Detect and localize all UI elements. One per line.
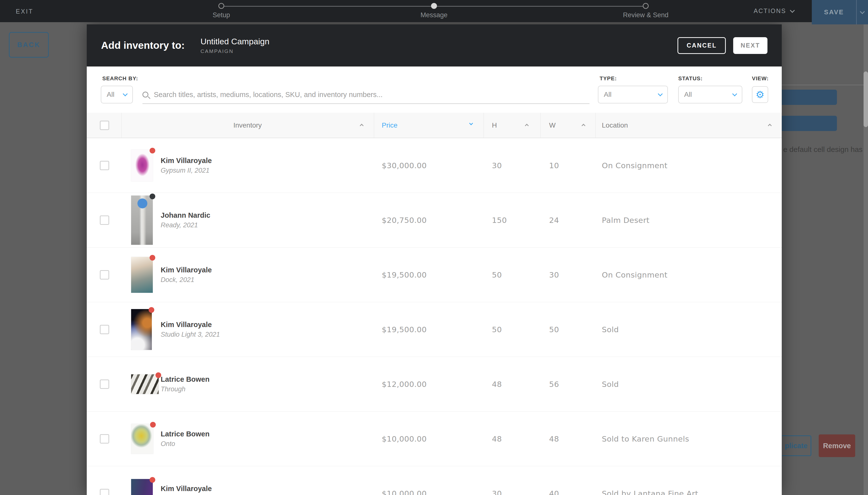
duplicate-button[interactable]: plicate <box>782 436 811 456</box>
column-header-price[interactable]: Price <box>382 113 398 138</box>
inventory-row[interactable]: Kim Villaroyale Studio Light 3, 2021 $19… <box>87 302 782 357</box>
artwork-thumbnail[interactable] <box>131 257 153 293</box>
filter-bar: SEARCH BY: All TYPE: All STATUS: All VIE… <box>87 67 782 113</box>
artwork-thumbnail[interactable] <box>131 424 153 454</box>
actions-label: ACTIONS <box>754 7 786 15</box>
save-button[interactable]: SAVE <box>812 8 856 16</box>
thumbnail-wrap <box>131 357 159 411</box>
artwork-info: Latrice Bowen Through <box>161 357 210 411</box>
exit-button[interactable]: EXIT <box>16 8 34 15</box>
search-input[interactable] <box>154 91 589 99</box>
sort-down-icon[interactable] <box>469 121 473 125</box>
column-header-location[interactable]: Location <box>602 113 628 138</box>
modal-header-buttons: CANCEL NEXT <box>678 37 767 54</box>
artwork-thumbnail[interactable] <box>131 150 153 181</box>
sort-up-icon[interactable] <box>582 124 586 128</box>
row-checkbox[interactable] <box>100 489 109 495</box>
column-separator <box>374 113 374 138</box>
status-dropdown[interactable]: All <box>678 86 742 103</box>
search-box <box>143 86 589 104</box>
row-title: Dock, 2021 <box>161 276 212 284</box>
column-header-h[interactable]: H <box>492 113 497 138</box>
save-split-button: SAVE <box>812 0 868 24</box>
artwork-info: Kim Villaroyale In The Midst, 2020 <box>161 466 216 495</box>
inventory-row[interactable]: Johann Nardic Ready, 2021 $20,750.00 150… <box>87 193 782 248</box>
artwork-thumbnail[interactable] <box>131 195 153 245</box>
status-dot <box>150 477 155 483</box>
thumbnail-wrap <box>131 138 153 192</box>
modal-header: Add inventory to: Untitled Campaign CAMP… <box>87 24 782 67</box>
step-circle-review[interactable] <box>643 3 649 9</box>
step-circle-setup[interactable] <box>218 3 224 9</box>
inventory-row[interactable]: Kim Villaroyale Gypsum II, 2021 $30,000.… <box>87 138 782 193</box>
step-label-review[interactable]: Review & Send <box>597 11 695 19</box>
row-h: 48 <box>492 357 502 411</box>
row-checkbox[interactable] <box>100 216 109 225</box>
type-label: TYPE: <box>600 75 617 82</box>
column-header-inventory[interactable]: Inventory <box>121 113 374 138</box>
chevron-down-icon <box>123 91 128 96</box>
status-dot <box>150 193 155 199</box>
step-label-message[interactable]: Message <box>385 11 483 19</box>
inventory-row[interactable]: Kim Villaroyale In The Midst, 2020 $10,0… <box>87 466 782 495</box>
search-by-dropdown[interactable]: All <box>101 86 133 103</box>
modal-title: Add inventory to: <box>101 40 185 51</box>
cancel-button[interactable]: CANCEL <box>678 37 726 54</box>
type-value: All <box>604 91 612 99</box>
row-w: 48 <box>549 411 559 466</box>
artwork-info: Latrice Bowen Onto <box>161 411 210 466</box>
row-checkbox[interactable] <box>100 270 109 279</box>
select-all-checkbox[interactable] <box>100 121 109 130</box>
inventory-row[interactable]: Kim Villaroyale Dock, 2021 $19,500.00 50… <box>87 248 782 302</box>
row-checkbox[interactable] <box>100 379 109 389</box>
row-title: Studio Light 3, 2021 <box>161 331 220 338</box>
thumbnail-wrap <box>131 302 152 357</box>
status-dot <box>155 372 161 378</box>
row-location: Palm Desert <box>602 193 650 247</box>
scrollbar-thumb[interactable] <box>864 71 868 127</box>
row-checkbox[interactable] <box>100 161 109 170</box>
row-artist: Kim Villaroyale <box>161 485 216 493</box>
background-divider <box>782 85 864 85</box>
chevron-down-icon <box>860 9 865 14</box>
view-settings-button[interactable]: ⚙ <box>752 86 768 103</box>
column-separator <box>540 113 541 138</box>
sort-up-icon[interactable] <box>768 124 772 128</box>
row-artist: Kim Villaroyale <box>161 266 212 274</box>
campaign-block: Untitled Campaign CAMPAIGN <box>200 37 269 54</box>
inventory-row[interactable]: Latrice Bowen Onto $10,000.00 48 48 Sold… <box>87 411 782 466</box>
artwork-thumbnail[interactable] <box>131 479 153 495</box>
campaign-name: Untitled Campaign <box>200 37 269 46</box>
row-checkbox[interactable] <box>100 325 109 334</box>
row-location: Sold <box>602 357 619 411</box>
sort-up-icon[interactable] <box>525 124 529 128</box>
remove-button[interactable]: Remove <box>819 434 855 457</box>
row-h: 48 <box>492 411 502 466</box>
column-label: H <box>492 121 497 129</box>
step-circle-message[interactable] <box>431 3 437 9</box>
next-button[interactable]: NEXT <box>733 37 767 54</box>
artwork-thumbnail[interactable] <box>131 309 152 350</box>
type-dropdown[interactable]: All <box>598 86 668 103</box>
row-title: Onto <box>161 440 210 448</box>
inventory-row[interactable]: Latrice Bowen Through $12,000.00 48 56 S… <box>87 357 782 411</box>
actions-menu-button[interactable]: ACTIONS <box>754 7 794 15</box>
save-dropdown-button[interactable] <box>857 11 868 14</box>
row-checkbox[interactable] <box>100 434 109 444</box>
step-label-setup[interactable]: Setup <box>172 11 271 19</box>
row-h: 30 <box>492 138 502 192</box>
status-dot <box>150 422 156 428</box>
artwork-thumbnail[interactable] <box>131 374 159 394</box>
column-header-w[interactable]: W <box>549 113 555 138</box>
thumbnail-wrap <box>131 248 153 302</box>
row-location: On Consignment <box>602 248 667 302</box>
search-icon <box>143 91 148 98</box>
thumbnail-wrap <box>131 411 153 466</box>
row-title: Ready, 2021 <box>161 221 210 229</box>
row-h: 50 <box>492 248 502 302</box>
back-button[interactable]: BACK <box>9 32 49 58</box>
background-blue-bar <box>782 90 837 105</box>
page-scrollbar[interactable] <box>864 22 868 495</box>
thumbnail-wrap <box>131 193 153 247</box>
row-price: $10,000.00 <box>382 466 427 495</box>
